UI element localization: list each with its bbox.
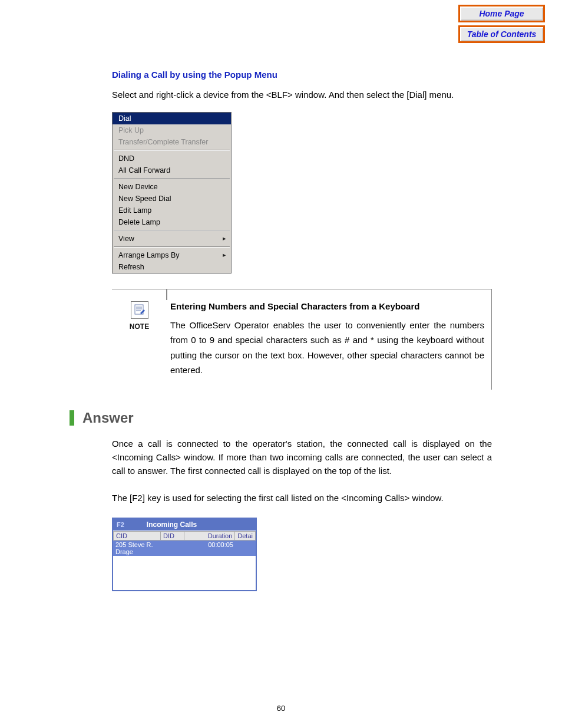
popup-menu: Dial Pick Up Transfer/Complete Transfer … [112,112,232,274]
incoming-calls-blank [113,556,256,590]
popup-item-allcallforward[interactable]: All Call Forward [113,164,231,176]
col-cid: CID [113,531,160,541]
answer-paragraph-2: The [F2] key is used for selecting the f… [112,491,492,505]
table-of-contents-button[interactable]: Table of Contents [458,25,545,43]
popup-separator [114,230,230,231]
popup-item-refresh[interactable]: Refresh [113,261,231,273]
answer-title: Answer [82,410,134,426]
incoming-calls-title: Incoming Calls [147,521,197,529]
col-duration: Duration [184,531,234,541]
col-did: DID [160,531,184,541]
section-heading: Dialing a Call by using the Popup Menu [112,70,492,80]
row-detail [236,541,256,556]
note-box: NOTE Entering Numbers and Special Charac… [112,289,492,390]
incoming-calls-row[interactable]: 205 Steve R. Drage 00:00:05 [113,541,256,556]
popup-item-dial[interactable]: Dial [113,113,231,124]
incoming-calls-titlebar: F2 Incoming Calls [113,519,256,531]
note-icon [131,301,148,319]
page-number: 60 [0,704,562,713]
note-text: The OfficeServ Operator enables the user… [170,320,484,375]
heading-accent-bar [70,410,74,426]
popup-item-dnd[interactable]: DND [113,153,231,164]
popup-item-transfer: Transfer/Complete Transfer [113,136,231,148]
col-detail: Detai [234,531,256,541]
incoming-calls-header: CID DID Duration Detai [113,531,256,541]
popup-separator [114,150,230,151]
popup-item-newspeeddial[interactable]: New Speed Dial [113,193,231,205]
note-body: Entering Numbers and Special Characters … [167,289,491,390]
popup-separator [114,246,230,248]
popup-item-deletelamp[interactable]: Delete Lamp [113,216,231,228]
incoming-calls-window: F2 Incoming Calls CID DID Duration Detai… [112,518,257,591]
note-side: NOTE [112,289,167,390]
incoming-calls-key: F2 [117,521,124,528]
page-content: Dialing a Call by using the Popup Menu S… [112,70,492,591]
row-cid: 205 Steve R. Drage [113,541,160,556]
home-page-button[interactable]: Home Page [458,5,545,22]
note-title: Entering Numbers and Special Characters … [170,299,484,314]
popup-item-newdevice[interactable]: New Device [113,181,231,193]
note-label: NOTE [112,322,167,331]
answer-heading: Answer [70,410,492,426]
popup-item-editlamp[interactable]: Edit Lamp [113,205,231,216]
row-did [160,541,184,556]
popup-item-pickup: Pick Up [113,124,231,136]
row-duration: 00:00:05 [184,541,236,556]
section-intro: Select and right-click a device from the… [112,88,492,101]
popup-item-arrangelamps[interactable]: Arrange Lamps By [113,249,231,261]
popup-item-view[interactable]: View [113,233,231,245]
answer-paragraph-1: Once a call is connected to the operator… [112,437,492,478]
popup-separator [114,178,230,179]
